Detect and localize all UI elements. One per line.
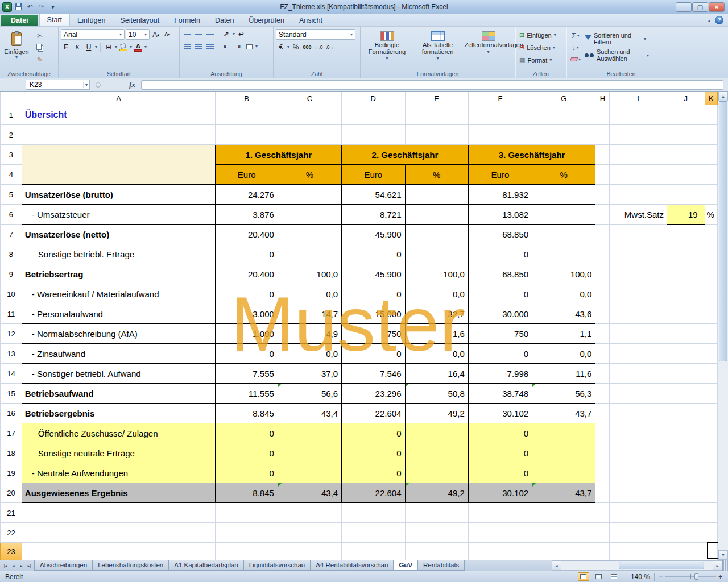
row-header-15[interactable]: 15 xyxy=(1,384,22,404)
cell-E8[interactable] xyxy=(405,244,468,264)
cell-H5[interactable] xyxy=(595,185,610,205)
scroll-down-icon[interactable]: ▾ xyxy=(718,550,728,560)
cell-K11[interactable] xyxy=(705,304,717,324)
row-header-4[interactable]: 4 xyxy=(1,165,22,185)
cell-H12[interactable] xyxy=(595,324,610,344)
cell-K13[interactable] xyxy=(705,344,717,364)
cell-I20[interactable] xyxy=(610,483,667,503)
redo-button[interactable]: ↷ xyxy=(37,2,46,12)
cell-G7[interactable] xyxy=(532,225,595,244)
cell-K17[interactable] xyxy=(705,423,717,443)
qat-customize-dropdown-icon[interactable]: ▾ xyxy=(48,2,57,12)
maximize-button[interactable]: ▢ xyxy=(692,2,708,12)
cell-F23[interactable] xyxy=(468,543,532,560)
cell-C9[interactable]: 100,0 xyxy=(278,264,341,284)
sheet-tab-a1-kapitalbedarfsplan[interactable]: A1 Kapitalbedarfsplan xyxy=(168,560,244,571)
cell-H8[interactable] xyxy=(595,244,610,264)
ribbon-tab-daten[interactable]: Daten xyxy=(208,15,241,26)
row-header-18[interactable]: 18 xyxy=(1,443,22,463)
cell-G14[interactable]: 11,6 xyxy=(532,364,595,384)
cell-D14[interactable]: 7.546 xyxy=(342,364,405,384)
italic-button[interactable]: K xyxy=(72,42,82,52)
cell-H6[interactable] xyxy=(595,205,610,225)
dialog-launcher-icon[interactable] xyxy=(267,72,271,76)
sheet-tab-liquiditätsvorschau[interactable]: Liquiditätsvorschau xyxy=(243,560,311,571)
column-header-H[interactable]: H xyxy=(595,92,610,105)
cell-E19[interactable] xyxy=(405,463,468,483)
cell-J8[interactable] xyxy=(667,244,705,264)
cell-A21[interactable] xyxy=(22,503,216,523)
align-left-button[interactable] xyxy=(182,41,192,52)
first-sheet-icon[interactable]: |◂ xyxy=(2,563,9,568)
cell-D22[interactable] xyxy=(342,523,405,543)
row-header-2[interactable]: 2 xyxy=(1,125,22,145)
cell-D8[interactable]: 0 xyxy=(342,244,405,264)
cell-C12[interactable]: 4,9 xyxy=(278,324,341,344)
cell-E14[interactable]: 16,4 xyxy=(405,364,468,384)
cell-C13[interactable]: 0,0 xyxy=(278,344,341,364)
cell-B20[interactable]: 8.845 xyxy=(216,483,278,503)
cell-C18[interactable] xyxy=(278,443,341,463)
merge-center-button[interactable] xyxy=(244,41,254,52)
formula-input[interactable] xyxy=(141,80,723,90)
cell-I21[interactable] xyxy=(610,503,667,523)
cell-J20[interactable] xyxy=(667,483,705,503)
cell-H3[interactable] xyxy=(595,145,610,165)
cell-B13[interactable]: 0 xyxy=(216,344,278,364)
comma-style-button[interactable]: 000 xyxy=(302,42,312,52)
row-header-19[interactable]: 19 xyxy=(1,463,22,483)
cell-I17[interactable] xyxy=(610,423,667,443)
column-header-G[interactable]: G xyxy=(532,92,595,105)
ribbon-tab-seitenlayout[interactable]: Seitenlayout xyxy=(113,15,167,26)
row-header-17[interactable]: 17 xyxy=(1,423,22,443)
cell-C4[interactable]: % xyxy=(278,165,341,185)
column-header-J[interactable]: J xyxy=(667,92,705,105)
cell-D5[interactable]: 54.621 xyxy=(342,185,405,205)
cell-K2[interactable] xyxy=(705,125,717,145)
dropdown-arrow-icon[interactable]: ▾ xyxy=(255,44,258,49)
cell-C10[interactable]: 0,0 xyxy=(278,284,341,304)
cell-J15[interactable] xyxy=(667,384,705,404)
wrap-text-button[interactable]: ↩ xyxy=(236,29,246,39)
dropdown-arrow-icon[interactable]: ▾ xyxy=(287,45,289,49)
cell-F16[interactable]: 30.102 xyxy=(468,404,532,423)
format-as-table-button[interactable]: Als Tabelle formatieren ▾ xyxy=(413,29,462,70)
cell-C23[interactable] xyxy=(278,543,341,560)
cell-C1[interactable] xyxy=(278,105,341,125)
row-header-9[interactable]: 9 xyxy=(1,264,22,284)
cell-B5[interactable]: 24.276 xyxy=(216,185,278,205)
row-header-12[interactable]: 12 xyxy=(1,324,22,344)
cell-J10[interactable] xyxy=(667,284,705,304)
cell-G6[interactable] xyxy=(532,205,595,225)
cell-C15[interactable]: 56,6 xyxy=(278,384,341,404)
chevron-down-icon[interactable]: ▾ xyxy=(142,32,147,37)
decrease-decimal-button[interactable]: .0→ xyxy=(325,42,335,52)
cell-B4[interactable]: Euro xyxy=(216,165,278,185)
chevron-down-icon[interactable]: ▾ xyxy=(348,32,353,37)
cell-K19[interactable] xyxy=(705,463,717,483)
cell-D15[interactable]: 23.296 xyxy=(342,384,405,404)
cell-J22[interactable] xyxy=(667,523,705,543)
cell-C14[interactable]: 37,0 xyxy=(278,364,341,384)
cell-C7[interactable] xyxy=(278,225,341,244)
cell-B8[interactable]: 0 xyxy=(216,244,278,264)
align-center-button[interactable] xyxy=(193,41,204,52)
zoom-in-icon[interactable]: + xyxy=(718,573,722,581)
cell-A1[interactable]: Übersicht xyxy=(22,105,216,125)
cell-H23[interactable] xyxy=(595,543,610,560)
column-header-D[interactable]: D xyxy=(342,92,405,105)
cell-F6[interactable]: 13.082 xyxy=(468,205,532,225)
name-box[interactable]: K23▾ xyxy=(26,80,90,90)
cell-H9[interactable] xyxy=(595,264,610,284)
cell-E11[interactable]: 32,7 xyxy=(405,304,468,324)
vertical-scroll-thumb[interactable] xyxy=(719,101,727,361)
cell-E16[interactable]: 49,2 xyxy=(405,404,468,423)
cell-F15[interactable]: 38.748 xyxy=(468,384,532,404)
dialog-launcher-icon[interactable] xyxy=(173,72,177,76)
cell-F8[interactable]: 0 xyxy=(468,244,532,264)
increase-indent-button[interactable]: ⇥ xyxy=(233,41,243,52)
cell-E22[interactable] xyxy=(405,523,468,543)
cell-H18[interactable] xyxy=(595,443,610,463)
row-header-16[interactable]: 16 xyxy=(1,404,22,423)
cell-D10[interactable]: 0 xyxy=(342,284,405,304)
